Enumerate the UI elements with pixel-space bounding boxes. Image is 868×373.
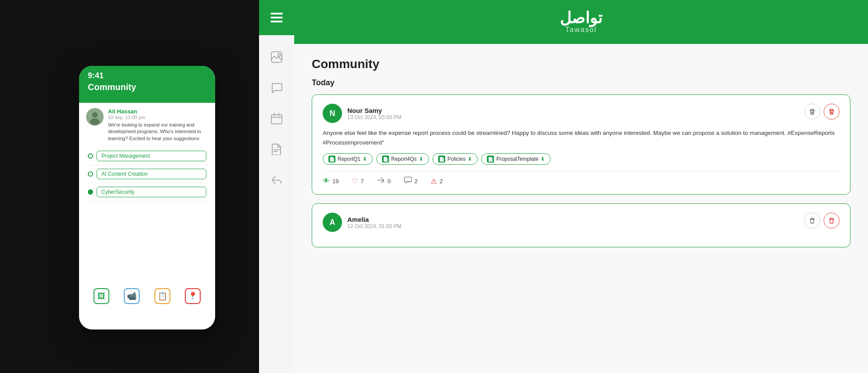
nav-icon-calendar[interactable] — [263, 105, 290, 132]
channel-name-ai: AI Content Creation — [97, 169, 206, 179]
logo-arabic: تواصل — [560, 10, 602, 26]
phone-author-name: Ali Hassan — [108, 108, 208, 115]
author-name-2: Amelia — [347, 216, 401, 223]
channel-item-pm[interactable]: Project Management — [86, 147, 208, 165]
phone-post-meta: Ali Hassan 10 sep, 12:00 pm We're lookin… — [108, 108, 208, 142]
alerts-icon: ⚠ — [431, 177, 437, 185]
svg-point-2 — [90, 119, 100, 125]
main-header: تواصل Tawasol — [294, 0, 868, 44]
phone-avatar — [86, 108, 104, 126]
post-header-1: N Nour Samy 13 Oct 2024, 03:00 PM — [323, 104, 839, 123]
stat-comments[interactable]: 2 — [404, 177, 418, 185]
author-name-1: Nour Samy — [347, 107, 401, 114]
phone-icon-gallery[interactable]: 🖼 — [94, 288, 109, 304]
post-actions-2 — [804, 213, 839, 228]
channel-dot-cyber — [88, 189, 93, 195]
logo-latin: Tawasol — [565, 26, 597, 34]
svg-rect-3 — [270, 13, 283, 14]
main-content: تواصل Tawasol Community Today N Nour Sam… — [294, 0, 868, 373]
attachment-icon-4: 📄 — [487, 156, 494, 163]
recycle-button-2[interactable] — [804, 213, 820, 228]
post-author-1: N Nour Samy 13 Oct 2024, 03:00 PM — [323, 104, 401, 123]
channel-item-cyber[interactable]: CyberSecurity — [86, 183, 208, 201]
channel-name-cyber: CyberSecurity — [97, 187, 206, 197]
avatar-nour: N — [323, 104, 342, 123]
attachment-reportq1[interactable]: 📄 ReportQ1 ⬇ — [323, 153, 373, 165]
section-today-label: Today — [312, 78, 850, 87]
community-page-title: Community — [312, 57, 850, 71]
author-info-1: Nour Samy 13 Oct 2024, 03:00 PM — [347, 107, 401, 120]
stat-views: 👁 19 — [323, 177, 339, 185]
phone-community-title: Community — [88, 82, 206, 92]
phone-time: 9:41 — [88, 71, 206, 80]
comments-icon — [404, 177, 412, 185]
channel-dot-pm — [88, 153, 93, 159]
svg-point-1 — [92, 112, 98, 118]
attachment-icon-2: 📄 — [382, 156, 389, 163]
phone-post-text: We're looking to expand our training and… — [108, 122, 208, 142]
delete-button-2[interactable] — [824, 213, 839, 228]
phone-header: 9:41 Community — [79, 66, 215, 103]
post-stats-1: 👁 19 ♡ 7 0 — [323, 171, 839, 185]
channel-item-ai[interactable]: AI Content Creation — [86, 165, 208, 183]
channel-dot-ai — [88, 171, 93, 177]
nav-icon-back[interactable] — [263, 167, 290, 193]
side-navigation — [259, 0, 294, 373]
likes-icon: ♡ — [352, 177, 358, 185]
shares-count: 0 — [388, 178, 391, 185]
stat-shares[interactable]: 0 — [377, 177, 391, 185]
recycle-button-1[interactable] — [804, 104, 820, 120]
phone-mockup: 9:41 Community Ali Hassan 10 sep, 12:00 … — [79, 66, 215, 330]
phone-icon-video[interactable]: 📹 — [124, 288, 140, 304]
attachment-report4qs[interactable]: 📄 Report4Qs ⬇ — [376, 153, 429, 165]
post-card-2: A Amelia 12 Oct 2024, 01:00 PM — [312, 203, 850, 247]
logo-area: تواصل Tawasol — [560, 10, 602, 34]
channel-name-pm: Project Management — [97, 151, 206, 161]
stat-likes[interactable]: ♡ 7 — [352, 177, 364, 185]
phone-icon-location[interactable]: 📍 — [185, 288, 201, 304]
comments-count: 2 — [414, 178, 418, 185]
post-header-2: A Amelia 12 Oct 2024, 01:00 PM — [323, 213, 839, 232]
attachments-1: 📄 ReportQ1 ⬇ 📄 Report4Qs ⬇ 📄 Policies ⬇ … — [323, 153, 839, 165]
attachment-policies[interactable]: 📄 Policies ⬇ — [432, 153, 478, 165]
phone-post: Ali Hassan 10 sep, 12:00 pm We're lookin… — [86, 108, 208, 142]
phone-channels: Project Management AI Content Creation C… — [86, 147, 208, 201]
avatar-amelia: A — [323, 213, 342, 232]
phone-content: Ali Hassan 10 sep, 12:00 pm We're lookin… — [79, 103, 215, 206]
phone-bottom-bar: 🖼 📹 📋 📍 — [79, 285, 215, 308]
author-date-1: 13 Oct 2024, 03:00 PM — [347, 114, 401, 120]
svg-point-7 — [278, 54, 281, 56]
stat-alerts[interactable]: ⚠ 2 — [431, 177, 443, 185]
nav-community-active[interactable] — [259, 0, 294, 35]
delete-button-1[interactable] — [824, 104, 839, 120]
shares-icon — [377, 177, 385, 185]
likes-count: 7 — [360, 178, 364, 185]
alerts-count: 2 — [439, 178, 443, 185]
phone-post-date: 10 sep, 12:00 pm — [108, 115, 208, 120]
attachment-proposal[interactable]: 📄 ProposalTemplate ⬇ — [481, 153, 551, 165]
attachment-icon-3: 📄 — [438, 156, 445, 163]
nav-icon-document[interactable] — [263, 136, 290, 163]
nav-icon-image[interactable] — [263, 44, 290, 70]
post-card-1: N Nour Samy 13 Oct 2024, 03:00 PM — [312, 94, 850, 195]
views-count: 19 — [332, 178, 339, 185]
post-text-1: Anyone else feel like the expense report… — [323, 128, 839, 147]
views-icon: 👁 — [323, 177, 330, 185]
author-date-2: 12 Oct 2024, 01:00 PM — [347, 223, 401, 229]
svg-rect-8 — [271, 115, 282, 124]
phone-icon-notes[interactable]: 📋 — [155, 288, 170, 304]
main-body: Community Today N Nour Samy 13 Oct 2024,… — [294, 44, 868, 373]
svg-rect-4 — [270, 17, 283, 18]
author-info-2: Amelia 12 Oct 2024, 01:00 PM — [347, 216, 401, 229]
post-actions-1 — [804, 104, 839, 120]
nav-icon-chat[interactable] — [263, 75, 290, 101]
svg-rect-5 — [270, 21, 283, 22]
post-author-2: A Amelia 12 Oct 2024, 01:00 PM — [323, 213, 401, 232]
attachment-icon-1: 📄 — [328, 156, 335, 163]
